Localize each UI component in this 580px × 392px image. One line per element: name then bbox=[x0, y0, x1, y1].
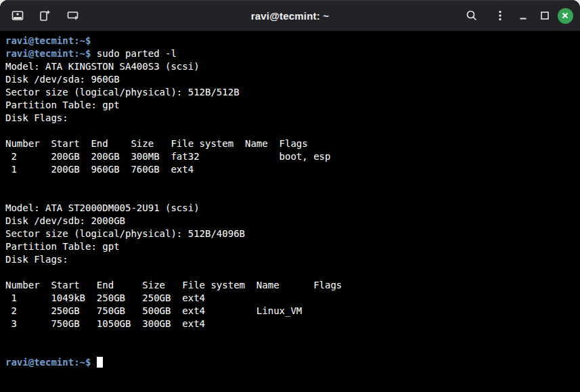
terminal-line: Number Start End Size File system Name F… bbox=[5, 137, 580, 150]
terminal-line bbox=[5, 330, 580, 343]
menu-button[interactable] bbox=[491, 6, 510, 25]
terminal-line: Partition Table: gpt bbox=[5, 240, 580, 253]
terminal-line: Disk Flags: bbox=[5, 253, 580, 266]
terminal-line: 2 200GB 200GB 300MB fat32 boot, esp bbox=[5, 150, 580, 163]
terminal-line: Disk /dev/sda: 960GB bbox=[5, 73, 580, 86]
new-window-icon bbox=[11, 9, 24, 22]
terminal-line: Sector size (logical/physical): 512B/409… bbox=[5, 227, 580, 240]
terminal-cursor bbox=[97, 357, 103, 368]
shell-prompt: ravi@tecmint:~$ bbox=[5, 35, 91, 46]
command-text: sudo parted -l bbox=[91, 48, 176, 59]
search-button[interactable] bbox=[462, 6, 481, 25]
new-tab-icon bbox=[38, 9, 51, 22]
maximize-icon bbox=[538, 9, 552, 22]
terminal-line bbox=[5, 343, 580, 356]
terminal-line: Disk /dev/sdb: 2000GB bbox=[5, 215, 580, 227]
split-view-icon bbox=[66, 9, 80, 22]
terminal-line: Sector size (logical/physical): 512B/512… bbox=[5, 86, 580, 99]
minimize-button[interactable] bbox=[514, 6, 533, 25]
terminal-line: Model: ATA ST2000DM005-2U91 (scsi) bbox=[5, 202, 580, 215]
terminal-line: 3 750GB 1050GB 300GB ext4 bbox=[5, 318, 580, 330]
terminal-line bbox=[5, 176, 580, 189]
kebab-menu-icon bbox=[493, 9, 507, 22]
new-window-button[interactable] bbox=[8, 6, 27, 25]
terminal-line: 1 1049kB 250GB 250GB ext4 bbox=[5, 292, 580, 305]
terminal-line: Model: ATA KINGSTON SA400S3 (scsi) bbox=[5, 60, 580, 73]
terminal-line: Partition Table: gpt bbox=[5, 99, 580, 112]
terminal-screen[interactable]: ravi@tecmint:~$ravi@tecmint:~$ sudo part… bbox=[0, 31, 580, 392]
terminal-line bbox=[5, 266, 580, 279]
new-tab-button[interactable] bbox=[35, 6, 54, 25]
terminal-line bbox=[5, 189, 580, 202]
minimize-icon bbox=[516, 9, 530, 22]
titlebar[interactable]: ravi@tecmint: ~ bbox=[0, 0, 580, 31]
shell-prompt: ravi@tecmint:~$ bbox=[5, 357, 91, 368]
terminal-line: 2 250GB 750GB 500GB ext4 Linux_VM bbox=[5, 305, 580, 318]
terminal-line: ravi@tecmint:~$ sudo parted -l bbox=[5, 47, 580, 60]
split-view-button[interactable] bbox=[64, 6, 83, 25]
terminal-line: Number Start End Size File system Name F… bbox=[5, 279, 580, 292]
terminal-line: 1 200GB 960GB 760GB ext4 bbox=[5, 163, 580, 176]
search-icon bbox=[465, 9, 478, 22]
terminal-line bbox=[5, 125, 580, 137]
close-icon bbox=[558, 8, 573, 24]
terminal-window: ravi@tecmint: ~ bbox=[0, 0, 580, 392]
maximize-button[interactable] bbox=[535, 6, 554, 25]
terminal-line: Disk Flags: bbox=[5, 112, 580, 125]
terminal-line: ravi@tecmint:~$ bbox=[5, 356, 580, 369]
close-button[interactable] bbox=[557, 7, 573, 24]
shell-prompt: ravi@tecmint:~$ bbox=[5, 48, 91, 59]
terminal-line: ravi@tecmint:~$ bbox=[5, 35, 580, 47]
